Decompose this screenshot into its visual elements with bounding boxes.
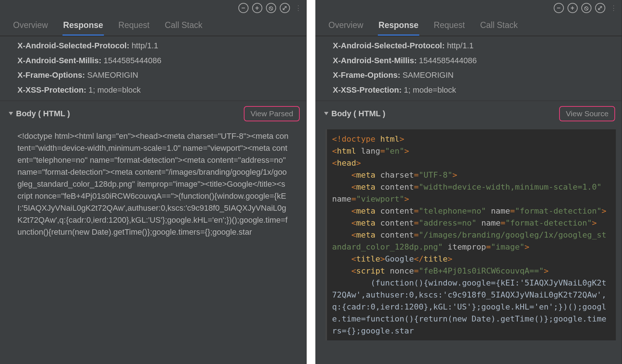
tab-request[interactable]: Request	[118, 16, 150, 36]
header-key: X-XSS-Protection:	[333, 85, 401, 94]
view-parsed-button[interactable]: View Parsed	[244, 106, 300, 121]
body-section-title: Body ( HTML )	[16, 109, 70, 118]
view-source-button[interactable]: View Source	[559, 106, 615, 121]
header-key: X-Android-Selected-Protocol:	[333, 41, 445, 50]
header-row: X-Android-Selected-Protocol: http/1.1	[17, 39, 289, 53]
plus-icon[interactable]: +	[568, 3, 578, 13]
header-value: http/1.1	[445, 41, 474, 50]
tab-response[interactable]: Response	[378, 16, 419, 36]
panel-right: − + ⦸ ⤢ ⋮ Overview Response Request Call…	[315, 0, 622, 364]
header-value: 1544585444086	[417, 56, 477, 65]
more-icon[interactable]: ⋮	[294, 7, 302, 10]
tabs: Overview Response Request Call Stack	[0, 15, 306, 36]
header-row: X-Android-Sent-Millis: 1544585444086	[333, 53, 604, 68]
header-key: X-Android-Sent-Millis:	[17, 56, 101, 65]
header-value: 1; mode=block	[86, 85, 141, 94]
content: X-Android-Selected-Protocol: http/1.1X-A…	[0, 36, 306, 364]
tab-overview[interactable]: Overview	[328, 16, 364, 36]
content: X-Android-Selected-Protocol: http/1.1X-A…	[315, 36, 622, 364]
tab-callstack[interactable]: Call Stack	[479, 16, 518, 36]
tab-callstack[interactable]: Call Stack	[164, 16, 203, 36]
raw-body-text: <!doctype html><html lang="en"><head><me…	[0, 126, 306, 242]
chevron-down-icon	[324, 112, 328, 115]
toolbar: − + ⦸ ⤢ ⋮	[315, 0, 622, 15]
response-headers: X-Android-Selected-Protocol: http/1.1X-A…	[0, 36, 306, 101]
header-key: X-Frame-Options:	[333, 70, 400, 80]
plus-icon[interactable]: +	[252, 3, 262, 13]
expand-icon[interactable]: ⤢	[595, 3, 605, 13]
chevron-down-icon	[9, 112, 13, 115]
expand-icon[interactable]: ⤢	[280, 3, 290, 13]
minus-icon[interactable]: −	[554, 3, 564, 13]
header-value: SAMEORIGIN	[85, 70, 138, 80]
response-headers: X-Android-Selected-Protocol: http/1.1X-A…	[315, 36, 622, 101]
header-key: X-Android-Sent-Millis:	[333, 56, 417, 65]
panel-left: − + ⦸ ⤢ ⋮ Overview Response Request Call…	[0, 0, 307, 364]
header-row: X-XSS-Protection: 1; mode=block	[333, 83, 604, 98]
header-value: SAMEORIGIN	[400, 70, 454, 80]
header-row: X-Frame-Options: SAMEORIGIN	[333, 68, 604, 83]
header-row: X-XSS-Protection: 1; mode=block	[17, 83, 289, 98]
na-icon[interactable]: ⦸	[581, 3, 591, 13]
header-value: 1544585444086	[101, 56, 161, 65]
parsed-body-code: <!doctype html> <html lang="en"> <head> …	[326, 129, 616, 340]
na-icon[interactable]: ⦸	[266, 3, 276, 13]
tab-request[interactable]: Request	[433, 16, 466, 36]
header-row: X-Android-Sent-Millis: 1544585444086	[17, 53, 289, 68]
header-key: X-Android-Selected-Protocol:	[17, 41, 129, 50]
header-value: http/1.1	[129, 41, 158, 50]
header-key: X-Frame-Options:	[17, 70, 85, 80]
body-section-title: Body ( HTML )	[331, 109, 385, 118]
toolbar: − + ⦸ ⤢ ⋮	[0, 0, 306, 15]
tab-overview[interactable]: Overview	[12, 16, 49, 36]
header-row: X-Android-Selected-Protocol: http/1.1	[333, 39, 604, 53]
minus-icon[interactable]: −	[238, 3, 249, 13]
tab-response[interactable]: Response	[62, 16, 104, 36]
header-row: X-Frame-Options: SAMEORIGIN	[17, 68, 289, 83]
tabs: Overview Response Request Call Stack	[315, 15, 622, 36]
body-section-header[interactable]: Body ( HTML ) View Parsed	[0, 101, 306, 126]
header-value: 1; mode=block	[401, 85, 456, 94]
body-section-header[interactable]: Body ( HTML ) View Source	[315, 101, 622, 126]
header-key: X-XSS-Protection:	[17, 85, 86, 94]
more-icon[interactable]: ⋮	[609, 7, 617, 10]
